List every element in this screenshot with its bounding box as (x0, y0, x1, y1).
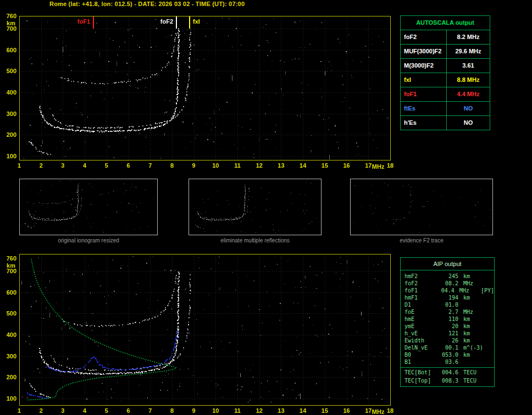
aip-value: 00.1 (439, 344, 458, 351)
aip-value: 053.0 (439, 351, 458, 358)
aip-label: DelN_vE (401, 344, 439, 351)
aip-value: 03.6 (439, 358, 458, 366)
aip-row-hmF2: hmF2245km (401, 273, 494, 280)
aip-value: 008.3 (439, 377, 458, 384)
aip-row-Ewidth: Ewidth26km (401, 337, 494, 344)
aip-value: 2.7 (439, 308, 458, 316)
aip-value: 20 (439, 323, 458, 330)
aip-output-table: AIP output hmF2245kmfoF208.2MHzfoF104.4M… (400, 257, 495, 387)
autoscala-row-label: foF2 (401, 30, 447, 44)
thumbnail-caption-multiples: eliminate multiple reflections (189, 237, 322, 244)
thumbnail-original-ionogram (19, 179, 158, 235)
aip-value: 121 (439, 330, 458, 337)
aip-label: B0 (401, 351, 439, 358)
aip-value: 26 (439, 337, 458, 344)
aip-value: 245 (439, 273, 458, 280)
aip-value: 08.2 (439, 280, 458, 287)
aip-label: TEC[Top] (401, 377, 439, 384)
autoscala-table-rows: foF28.2 MHzMUF(3000)F229.6 MHzM(3000)F23… (401, 30, 490, 130)
aip-note (485, 337, 494, 344)
aip-table-rows: hmF2245kmfoF208.2MHzfoF104.4MHz[PY]hmF11… (401, 270, 494, 384)
aip-row-TEC[Bot]: TEC[Bot]004.6TECU (401, 367, 494, 377)
autoscala-row-label: M(3000)F2 (401, 59, 447, 73)
aip-unit: MHz (458, 308, 485, 316)
autoscala-row-value: NO (447, 102, 490, 115)
aip-note (485, 301, 494, 308)
aip-label: h_vE (401, 330, 439, 337)
aip-row-hmF1: hmF1194km (401, 294, 494, 301)
aip-table-title: AIP output (401, 258, 494, 270)
aip-row-DelN_vE: DelN_vE00.1m^(-3) (401, 344, 494, 351)
aip-row-B0: B0053.0km (401, 351, 494, 358)
aip-unit: m^(-3) (458, 344, 485, 351)
thumbnail-f2-trace (350, 179, 493, 235)
aip-note: [PY] (480, 287, 494, 294)
aip-unit: km (458, 351, 485, 358)
aip-unit: TECU (458, 377, 485, 384)
aip-row-ymE: ymE20km (401, 323, 494, 330)
aip-note (485, 273, 494, 280)
autoscala-row-M(3000)F2: M(3000)F23.61 (401, 59, 490, 73)
aip-unit: km (458, 323, 485, 330)
autoscala-row-label: MUF(3000)F2 (401, 45, 447, 58)
autoscala-row-label: h'Es (401, 116, 447, 130)
aip-note (485, 351, 494, 358)
aip-unit: km (458, 316, 485, 323)
aip-row-hmE: hmE110km (401, 316, 494, 323)
aip-value: 004.6 (439, 369, 458, 377)
autoscala-row-ftEs: ftEsNO (401, 102, 490, 116)
autoscala-row-foF1: foF14.4 MHz (401, 87, 490, 102)
aip-label: foE (401, 308, 439, 316)
autoscala-row-label: foF1 (401, 87, 447, 101)
bottom-ionogram-canvas (0, 251, 399, 415)
aip-row-h_vE: h_vE121km (401, 330, 494, 337)
aip-value: 194 (439, 294, 458, 301)
aip-note (485, 316, 494, 323)
aip-label: hmE (401, 316, 439, 323)
thumbnail-f2-trace-canvas (351, 179, 492, 235)
aip-row-TEC[Top]: TEC[Top]008.3TECU (401, 377, 494, 384)
aip-unit: km (458, 294, 485, 301)
aip-label: ymE (401, 323, 439, 330)
aip-label: D1 (401, 301, 439, 308)
aip-note (485, 323, 494, 330)
aip-note (485, 280, 494, 287)
autoscala-row-foF2: foF28.2 MHz (401, 30, 490, 45)
aip-unit (458, 358, 485, 366)
aip-value: 110 (439, 316, 458, 323)
aip-label: hmF2 (401, 273, 439, 280)
aip-unit: km (458, 330, 485, 337)
aip-row-foE: foE2.7MHz (401, 308, 494, 316)
autoscala-row-value: 8.8 MHz (447, 73, 490, 87)
autoscala-row-h'Es: h'EsNO (401, 116, 490, 130)
aip-unit: km (458, 337, 485, 344)
aip-label: Ewidth (401, 337, 439, 344)
autoscala-row-MUF(3000)F2: MUF(3000)F229.6 MHz (401, 45, 490, 59)
autoscala-row-value: 3.61 (447, 59, 490, 73)
aip-unit: TECU (458, 369, 485, 377)
autoscala-row-label: fxI (401, 73, 447, 87)
aip-note (485, 358, 494, 366)
aip-row-D1: D101.0 (401, 301, 494, 308)
aip-note (485, 377, 494, 384)
top-ionogram-canvas (0, 9, 399, 174)
autoscala-row-value: NO (447, 116, 490, 130)
aip-unit: MHz (458, 280, 485, 287)
autoscala-row-value: 4.4 MHz (447, 87, 490, 101)
aip-label: foF2 (401, 280, 439, 287)
aip-unit: MHz (455, 287, 480, 294)
aip-note (485, 294, 494, 301)
autoscala-row-fxI: fxI8.8 MHz (401, 73, 490, 87)
aip-label: hmF1 (401, 294, 439, 301)
aip-note (485, 308, 494, 316)
page-title: Rome (lat: +41.8, lon: 012.5) - DATE: 20… (49, 1, 245, 7)
aip-unit: km (458, 273, 485, 280)
aip-label: B1 (401, 358, 439, 366)
aip-note (485, 369, 494, 377)
aip-value: 01.0 (439, 301, 458, 308)
aip-label: TEC[Bot] (401, 369, 439, 377)
autoscala-table-title: AUTOSCALA output (401, 16, 490, 30)
autoscala-row-label: ftEs (401, 102, 447, 115)
aip-note (485, 330, 494, 337)
aip-row-foF2: foF208.2MHz (401, 280, 494, 287)
